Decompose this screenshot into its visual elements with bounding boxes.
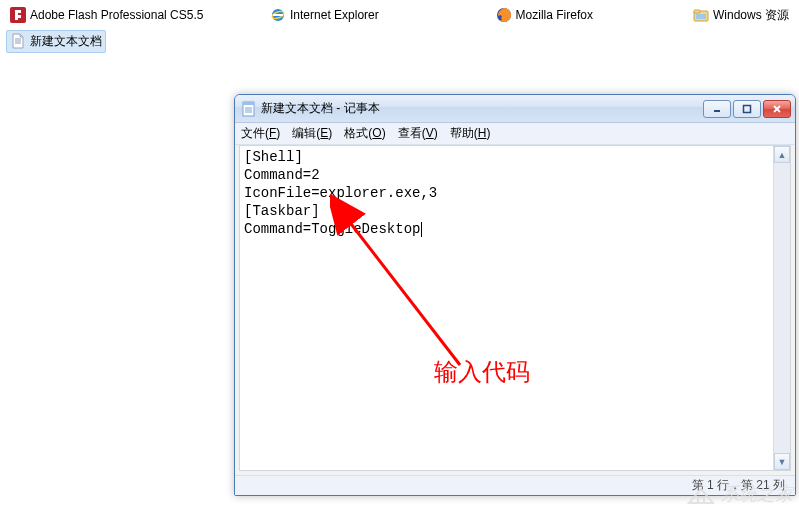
menubar: 文件(F) 编辑(E) 格式(O) 查看(V) 帮助(H)	[235, 123, 795, 145]
ie-icon	[270, 7, 286, 23]
text-line: Command=ToggleDesktop	[244, 221, 420, 237]
menu-format[interactable]: 格式(O)	[344, 125, 385, 142]
svg-rect-6	[694, 10, 700, 13]
desktop-icon-ie[interactable]: Internet Explorer	[266, 4, 383, 26]
desktop-icon-flash[interactable]: Adobe Flash Professional CS5.5	[6, 4, 207, 26]
text-area[interactable]: [Shell] Command=2 IconFile=explorer.exe,…	[240, 146, 773, 470]
watermark-text: 系统之家	[721, 482, 793, 506]
text-line: [Shell]	[244, 149, 303, 165]
text-line: [Taskbar]	[244, 203, 320, 219]
text-line: IconFile=explorer.exe,3	[244, 185, 437, 201]
scroll-up-button[interactable]: ▲	[774, 146, 790, 163]
menu-view[interactable]: 查看(V)	[398, 125, 438, 142]
desktop-icon-label: 新建文本文档	[30, 33, 102, 50]
menu-file[interactable]: 文件(F)	[241, 125, 280, 142]
desktop-icon-windows-res[interactable]: Windows 资源	[689, 4, 793, 27]
notepad-icon	[241, 101, 257, 117]
maximize-button[interactable]	[733, 100, 761, 118]
watermark: 系统之家	[687, 482, 793, 506]
desktop-area: Adobe Flash Professional CS5.5 Internet …	[0, 0, 799, 56]
text-caret	[421, 222, 422, 237]
titlebar[interactable]: 新建文本文档 - 记事本	[235, 95, 795, 123]
vertical-scrollbar[interactable]: ▲ ▼	[773, 146, 790, 470]
scroll-down-button[interactable]: ▼	[774, 453, 790, 470]
text-line: Command=2	[244, 167, 320, 183]
text-file-icon	[10, 33, 26, 49]
explorer-icon	[693, 7, 709, 23]
desktop-icon-firefox[interactable]: Mozilla Firefox	[492, 4, 597, 26]
menu-help[interactable]: 帮助(H)	[450, 125, 491, 142]
desktop-icon-label: Adobe Flash Professional CS5.5	[30, 8, 203, 22]
svg-rect-3	[273, 14, 283, 16]
flash-icon	[10, 7, 26, 23]
scroll-track[interactable]	[774, 163, 790, 453]
svg-rect-7	[696, 14, 706, 19]
desktop-icon-textfile[interactable]: 新建文本文档	[6, 30, 106, 53]
firefox-icon	[496, 7, 512, 23]
desktop-icon-label: Mozilla Firefox	[516, 8, 593, 22]
minimize-button[interactable]	[703, 100, 731, 118]
svg-rect-21	[698, 497, 704, 503]
watermark-icon	[687, 483, 715, 505]
menu-edit[interactable]: 编辑(E)	[292, 125, 332, 142]
notepad-window: 新建文本文档 - 记事本 文件(F) 编辑(E) 格式(O) 查看(V) 帮助(…	[234, 94, 796, 496]
svg-rect-17	[744, 105, 751, 112]
svg-rect-12	[243, 102, 254, 105]
window-title: 新建文本文档 - 记事本	[261, 100, 703, 117]
close-button[interactable]	[763, 100, 791, 118]
desktop-icon-label: Internet Explorer	[290, 8, 379, 22]
client-area: [Shell] Command=2 IconFile=explorer.exe,…	[239, 145, 791, 471]
desktop-icon-label: Windows 资源	[713, 7, 789, 24]
